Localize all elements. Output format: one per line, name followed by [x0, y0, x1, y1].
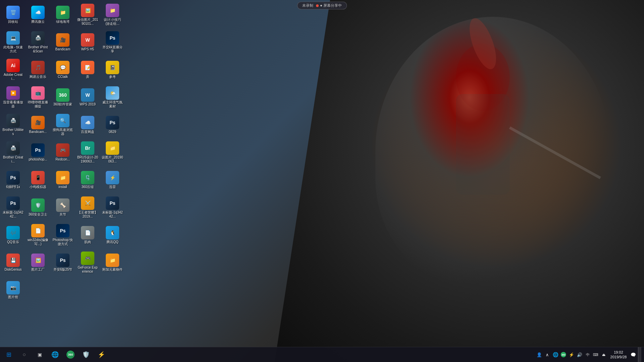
icon-image-cctalk: 💬: [56, 61, 70, 74]
desktop-icon-photo-viewer[interactable]: 📷图片馆: [2, 277, 25, 303]
desktop-icon-bandicam[interactable]: 🎥Bandicam: [51, 29, 74, 55]
icon-image-pc-fast: 💻: [6, 31, 20, 45]
desktop-icon-redcon[interactable]: 🎮Redcon...: [51, 139, 74, 165]
clock-area[interactable]: 19:02 2019/9/28: [608, 350, 629, 360]
desktop-icon-untitled-psd[interactable]: Ps未标题-1q34242...: [2, 194, 25, 220]
desktop-icon-win32dis[interactable]: 📄win32dis(编像写...): [27, 222, 49, 247]
desktop-icon-psd-0829[interactable]: Ps0829: [101, 112, 124, 137]
tray-chevron-icon[interactable]: ∧: [544, 351, 551, 358]
icon-image-qianhao: Ps: [56, 254, 70, 267]
desktop-icon-photoshop2[interactable]: PsPhotoshop 快捷方式: [51, 222, 74, 247]
desktop-icon-brother-util[interactable]: 🖨️Brother Utilities: [2, 112, 25, 137]
desktop-icon-qqmusic[interactable]: 🎶QQ音乐: [2, 222, 25, 247]
desktop-icon-maps[interactable]: 🖼️微信图片_20190101...: [76, 2, 99, 27]
cortana-button[interactable]: ○: [17, 347, 32, 362]
desktop-icon-netease[interactable]: 🎵网易云音乐: [27, 57, 49, 82]
desktop-icon-bandicam2[interactable]: 🎥Bandicam...: [27, 112, 49, 137]
notification-icon[interactable]: 🗨️: [630, 351, 637, 358]
desktop-icon-huhu[interactable]: 📝弄: [76, 57, 99, 82]
tray-network-icon[interactable]: 🌐: [552, 351, 559, 358]
icon-image-weather: 🌤️: [106, 86, 119, 100]
icon-label-untitled-psd: 未标题-1q34242...: [2, 211, 24, 219]
desktop-icon-tencent-cloud[interactable]: ☁️腾讯微云: [27, 2, 49, 27]
desktop-icon-folder-img2[interactable]: 📁设图片_20190063...: [101, 139, 124, 165]
desktop-icon-green-sea[interactable]: 📁绿地海湾: [51, 2, 74, 27]
desktop-icon-psd-untitled[interactable]: Ps未标题-1q34242...: [101, 194, 124, 220]
desktop-icon-install[interactable]: 📁install: [51, 167, 74, 192]
icon-label-geforce: GeForce Experience: [77, 266, 98, 274]
icon-image-recycle-bin: 🗑️: [6, 6, 20, 19]
icon-label-diskgenius: DiskGenius: [4, 268, 21, 272]
tray-qihu-red-icon[interactable]: ⚡: [568, 351, 575, 358]
icon-label-wps-h5: WPS H5: [81, 47, 94, 51]
desktop-icon-xunlei[interactable]: ⚡迅雷: [101, 167, 124, 192]
desktop-icon-photoshop[interactable]: Psphotoshop...: [27, 139, 49, 165]
desktop-icon-recycle-bin[interactable]: 🗑️回收站: [2, 2, 25, 27]
tray-user-icon[interactable]: 👤: [536, 351, 543, 358]
tray-unknown-icon[interactable]: ⌨: [592, 351, 599, 358]
desktop-icon-notes[interactable]: 📓参考: [101, 57, 124, 82]
taskbar-power-icon[interactable]: ⚡: [94, 347, 109, 362]
desktop-icon-brother[interactable]: 🖨️Brother iPrint&Scan: [27, 29, 49, 55]
desktop-icon-jirou[interactable]: 📄肌肉: [76, 222, 99, 247]
desktop-icon-pc-fast[interactable]: 💻此电脑 - 快速方式: [2, 29, 25, 55]
icon-label-sogou: 搜狗高速浏览器: [52, 128, 74, 136]
desktop-icon-wps2019[interactable]: WWPS 2019: [76, 84, 99, 110]
taskbar-right: 👤 ∧ 🌐 360 ⚡ 🔊 中 ⌨ ⏏ 19:02 2019/9/28 🗨️: [533, 347, 644, 362]
tray-eject-icon[interactable]: ⏏: [600, 351, 607, 358]
task-view-button[interactable]: ▣: [32, 347, 47, 362]
desktop-icon-fuwujian[interactable]: 📁附加元素物件: [101, 250, 124, 275]
icon-label-design: 设计:小技巧(游走组...: [102, 18, 123, 26]
desktop-icon-imagefab[interactable]: 🖼️图片工厂: [27, 250, 49, 275]
start-button[interactable]: ⊞: [1, 347, 16, 362]
icon-image-psd-0829: Ps: [106, 116, 119, 129]
icon-image-diskgenius: 💾: [6, 254, 20, 267]
icon-label-360zip: 360压缩: [82, 185, 94, 189]
icon-label-win32dis: win32dis(编像写...): [27, 238, 49, 246]
desktop-icon-cctalk[interactable]: 💬CCtalk: [51, 57, 74, 82]
taskbar-ie-icon[interactable]: 🌐: [48, 347, 62, 362]
desktop-icon-ps-share[interactable]: Ps齐交kk直播分享: [101, 29, 124, 55]
desktop-icon-geforce[interactable]: 🎮GeForce Experience: [76, 250, 99, 275]
desktop-icon-psd-6[interactable]: Ps6插8节1x: [2, 167, 25, 192]
desktop-icon-tencentqq[interactable]: 🐧腾讯QQ: [101, 222, 124, 247]
desktop-icon-brother-create[interactable]: 🖨️Brother Creati...: [2, 139, 25, 165]
tray-audio-icon[interactable]: 🔊: [576, 351, 583, 358]
taskbar-qihu-icon[interactable]: 🛡️: [79, 347, 93, 362]
icon-image-bilibili: 📺: [31, 86, 45, 100]
icon-label-baidu-net: 百度网盘: [81, 130, 94, 134]
icon-image-maps: 🖼️: [81, 4, 94, 17]
desktop-icon-design[interactable]: 📁设计:小技巧(游走组...: [101, 2, 124, 27]
icon-image-design: 📁: [106, 4, 119, 17]
tray-ime-icon[interactable]: 中: [584, 351, 591, 358]
taskbar-360-icon[interactable]: 360: [63, 347, 78, 362]
desktop-icon-weather[interactable]: 🌤️威主环境气氛素材: [101, 84, 124, 110]
desktop-icon-thunder-live[interactable]: ▶️迅雷看看播放器: [2, 84, 25, 110]
icon-label-netease: 网易云音乐: [30, 75, 46, 79]
desktop-icon-360zip[interactable]: 🗜️360压缩: [76, 167, 99, 192]
icon-image-tencentqq: 🐧: [106, 226, 119, 239]
desktop-icon-diskgenius[interactable]: 💾DiskGenius: [2, 250, 25, 275]
icon-image-brother-create: 🖨️: [6, 141, 20, 155]
desktop-icon-brus[interactable]: BrBRUS设计-20190063...: [76, 139, 99, 165]
desktop-icon-xiaoming[interactable]: 📱小鸣模拟器: [27, 167, 49, 192]
icon-image-photoshop: Ps: [31, 143, 45, 157]
desktop-icon-bilibili[interactable]: 📺哔哩哔哩直播捕捉: [27, 84, 49, 110]
desktop-icon-baidu-net[interactable]: ☁️百度网盘: [76, 112, 99, 137]
icon-label-psd-6: 6插8节1x: [6, 185, 20, 189]
desktop-icon-guanjiao[interactable]: 🦴关节: [51, 194, 74, 220]
desktop-icon-360-soft[interactable]: 360360软件管家: [51, 84, 74, 110]
icon-label-jirou: 肌肉: [84, 240, 91, 244]
desktop-icon-adobe[interactable]: AiAdobe Creati...: [2, 57, 25, 82]
desktop-icon-kings[interactable]: ⚔️【王者荣耀】2019...: [76, 194, 99, 220]
icon-image-photoshop2: Ps: [56, 224, 70, 237]
desktop-icon-qianhao[interactable]: Ps齐安6版25节: [51, 250, 74, 275]
tray-360-icon[interactable]: 360: [560, 351, 567, 358]
icon-image-install: 📁: [56, 171, 70, 184]
desktop-icon-sogou[interactable]: 🔍搜狗高速浏览器: [51, 112, 74, 137]
show-desktop-button[interactable]: [638, 347, 641, 362]
icon-image-fuwujian: 📁: [106, 254, 119, 267]
desktop-icon-360safe[interactable]: 🛡️360安全卫士: [27, 194, 49, 220]
desktop-icon-wps-h5[interactable]: WWPS H5: [76, 29, 99, 55]
icon-label-pc-fast: 此电脑 - 快速方式: [2, 45, 24, 53]
